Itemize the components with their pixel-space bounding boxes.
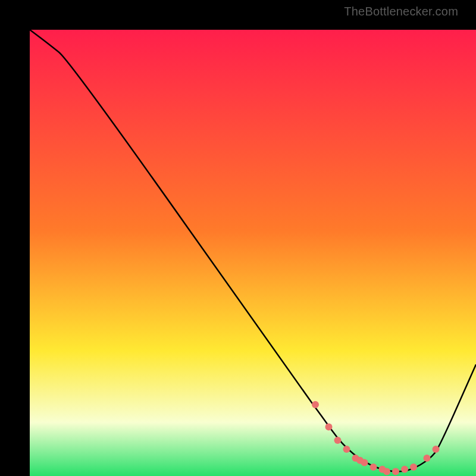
trough-marker — [312, 401, 319, 408]
chart-frame — [15, 15, 461, 461]
trough-marker — [334, 437, 342, 444]
trough-marker — [424, 455, 431, 462]
trough-marker — [343, 446, 350, 453]
trough-marker — [370, 464, 377, 471]
trough-marker — [392, 468, 399, 475]
attribution-text: TheBottlenecker.com — [344, 5, 458, 18]
bottleneck-chart — [30, 30, 476, 476]
trough-marker — [361, 459, 368, 466]
trough-marker — [325, 424, 333, 431]
gradient-bg — [30, 30, 476, 476]
trough-marker — [401, 466, 408, 473]
trough-marker — [383, 468, 390, 475]
trough-marker — [410, 464, 417, 471]
trough-marker — [433, 446, 440, 453]
